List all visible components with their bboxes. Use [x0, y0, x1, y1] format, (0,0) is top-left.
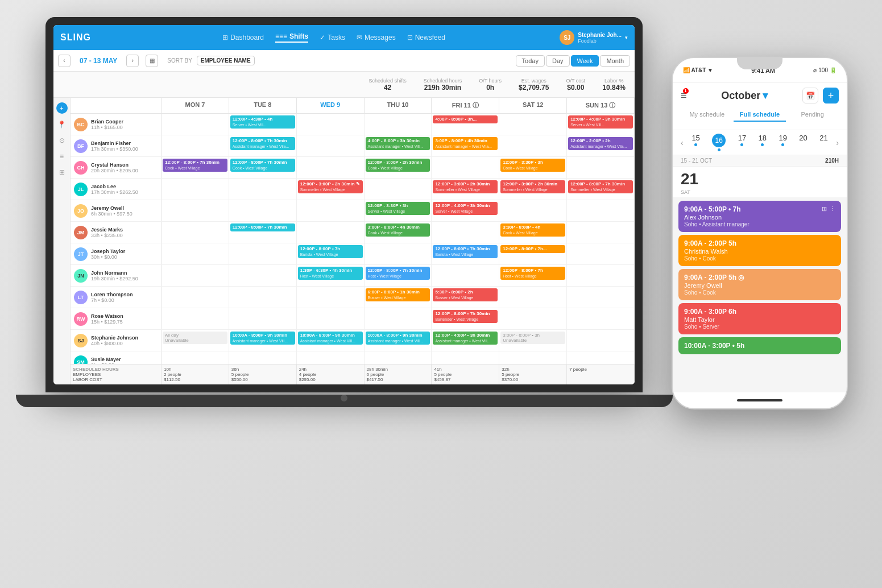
shift-block[interactable]: 12:00P - 8:00P • 7h Barista • West Villa…	[298, 245, 363, 258]
emp-cell-thu[interactable]: 12:00P - 3:00P • 2h 30min Cook • West Vi…	[365, 157, 432, 178]
prev-week-button[interactable]: ‹	[58, 55, 71, 67]
emp-cell-tue[interactable]: 12:00P - 8:00P • 7h 30min Cook • West Vi…	[229, 157, 297, 178]
shift-block[interactable]: 12:00P - 4:30P • 4h Server • West Vill..…	[230, 115, 295, 129]
emp-cell-sun[interactable]: 12:00P - 2:00P • 2h Assistant manager • …	[567, 135, 635, 156]
week-day-20[interactable]: 20	[799, 134, 807, 151]
nav-newsfeed[interactable]: ⊡ Newsfeed	[407, 34, 445, 42]
tab-my-schedule[interactable]: My schedule	[681, 108, 734, 122]
week-day-21[interactable]: 21	[819, 134, 827, 151]
home-indicator[interactable]	[737, 399, 782, 401]
emp-cell-tue[interactable]: 12:00P - 8:00P • 7h 30min	[229, 222, 297, 243]
shift-block[interactable]: 3:00P - 8:00P • 4h 30min Assistant manag…	[433, 137, 498, 150]
emp-cell-fri[interactable]: 12:00P - 3:00P • 2h 30min Sommelier • We…	[432, 179, 499, 200]
emp-cell-thu[interactable]: 3:00P - 8:00P • 4h 30min Cook • West Vil…	[365, 222, 432, 243]
shift-block[interactable]: 10:00A - 8:00P • 9h 30min Assistant mana…	[230, 332, 295, 345]
emp-cell-fri[interactable]: 5:30P - 8:00P • 2h Busser • West Village	[432, 287, 499, 308]
calendar-icon[interactable]: 📅	[802, 88, 818, 103]
week-day-16[interactable]: 16	[712, 134, 726, 151]
shift-block[interactable]: 10:00A - 8:00P • 9h 30min Assistant mana…	[298, 332, 363, 345]
emp-cell-sun[interactable]: 12:00P - 4:00P • 3h 30min Server • West …	[567, 114, 635, 135]
next-week-button[interactable]: ›	[126, 55, 139, 67]
shift-block[interactable]: 12:00P - 8:00P • 7h 30min Cook • West Vi…	[163, 159, 227, 172]
nav-tasks[interactable]: ✓ Tasks	[320, 34, 345, 42]
emp-cell-fri[interactable]: 4:00P - 8:00P • 3h...	[432, 114, 499, 135]
week-day-17[interactable]: 17	[738, 134, 746, 151]
shift-block[interactable]: 12:00P - 8:00P • 7h...	[500, 245, 565, 253]
emp-cell-mon[interactable]: 12:00P - 8:00P • 7h 30min Cook • West Vi…	[162, 157, 229, 178]
emp-cell-thu[interactable]: 12:00P - 8:00P • 7h 30min Host • West Vi…	[365, 265, 432, 286]
emp-cell-fri[interactable]: 12:00P - 8:00P • 7h 30min Barista • West…	[432, 243, 499, 264]
month-view-button[interactable]: Month	[600, 55, 630, 67]
shift-block[interactable]: 10:00A - 8:00P • 9h 30min Assistant mana…	[366, 332, 430, 345]
emp-cell-thu[interactable]: 4:00P - 8:00P • 3h 30min Assistant manag…	[365, 135, 432, 156]
shift-block[interactable]: 6:00P - 8:00P • 1h 30min Busser • West V…	[366, 288, 430, 301]
shift-block[interactable]: 12:00P - 3:00P • 2h 30min Sommelier • We…	[433, 180, 498, 193]
shift-block[interactable]: 12:00P - 8:00P • 7h 30min Bartender • We…	[433, 310, 498, 323]
emp-cell-wed[interactable]: 12:00P - 3:00P • 2h 30min ✎ Sommelier • …	[297, 179, 365, 200]
add-shift-button[interactable]: +	[823, 88, 839, 103]
emp-cell-sat[interactable]: 12:00P - 8:00P • 7h Host • West Village	[499, 265, 567, 286]
nav-messages[interactable]: ✉ Messages	[357, 34, 396, 42]
tab-pending[interactable]: Pending	[786, 108, 839, 122]
phone-shift-item[interactable]: 9:00A - 3:00P 6h Matt Taylor Soho • Serv…	[678, 303, 841, 334]
shift-block[interactable]: 4:00P - 8:00P • 3h 30min Assistant manag…	[366, 137, 430, 150]
week-day-15[interactable]: 15	[691, 134, 699, 151]
shift-block[interactable]: 12:00P - 8:00P • 7h 30min Sommelier • We…	[568, 180, 633, 193]
emp-cell-sat[interactable]: 12:00P - 3:30P • 3h Cook • West Village	[499, 157, 567, 178]
shift-block[interactable]: 12:00P - 8:00P • 7h 30min Barista • West…	[433, 245, 498, 258]
month-title[interactable]: October ▾	[721, 89, 768, 102]
location-icon[interactable]: 📍	[57, 119, 67, 130]
emp-cell-sun[interactable]: 12:00P - 8:00P • 7h 30min Sommelier • We…	[567, 179, 635, 200]
emp-cell-sat[interactable]: 12:00P - 3:00P • 2h 30min Sommelier • We…	[499, 179, 567, 200]
shift-block[interactable]: 12:00P - 3:00P • 2h 30min Sommelier • We…	[500, 180, 565, 193]
shift-block[interactable]: 4:00P - 8:00P • 3h...	[433, 115, 498, 123]
nav-shifts[interactable]: ≡≡≡ Shifts	[275, 32, 308, 43]
shift-block[interactable]: 3:00P - 8:00P • 4h 30min Cook • West Vil…	[366, 223, 430, 237]
filter-badge[interactable]: ≡ 1	[681, 90, 687, 102]
shift-block[interactable]: 1:30P - 6:30P • 4h 30min Host • West Vil…	[298, 267, 363, 280]
emp-cell-tue[interactable]: 12:00P - 8:00P • 7h 30min Assistant mana…	[229, 135, 297, 156]
emp-cell-thu[interactable]: 10:00A - 8:00P • 9h 30min Assistant mana…	[365, 330, 432, 351]
emp-cell-tue[interactable]: 10:00A - 8:00P • 9h 30min Assistant mana…	[229, 330, 297, 351]
emp-cell-fri[interactable]: 12:00P - 4:00P • 3h 30min Server • West …	[432, 200, 499, 221]
emp-cell-wed[interactable]: 1:30P - 6:30P • 4h 30min Host • West Vil…	[297, 265, 365, 286]
emp-cell-thu[interactable]: 12:00P - 3:30P • 3h Server • West Villag…	[365, 200, 432, 221]
prev-week-button[interactable]: ‹	[678, 138, 686, 147]
shift-block[interactable]: 12:00P - 8:00P • 7h Host • West Village	[500, 267, 565, 280]
emp-cell-fri[interactable]: 3:00P - 8:00P • 4h 30min Assistant manag…	[432, 135, 499, 156]
filter-icon[interactable]: ⊙	[57, 135, 67, 146]
shift-block[interactable]: 12:00P - 3:30P • 3h Server • West Villag…	[366, 202, 430, 215]
emp-cell-wed[interactable]: 10:00A - 8:00P • 9h 30min Assistant mana…	[297, 330, 365, 351]
emp-cell-fri[interactable]: 12:00P - 8:00P • 7h 30min Bartender • We…	[432, 308, 499, 329]
shift-block[interactable]: 5:30P - 8:00P • 2h Busser • West Village	[433, 288, 498, 301]
shift-block[interactable]: 12:00P - 4:00P • 3h 30min Server • West …	[568, 115, 633, 129]
shift-block[interactable]: 12:00P - 4:00P • 3h 30min Assistant mana…	[433, 332, 498, 345]
shift-block[interactable]: 12:00P - 2:00P • 2h Assistant manager • …	[568, 137, 633, 150]
shift-block[interactable]: 12:00P - 3:00P • 2h 30min Cook • West Vi…	[366, 159, 430, 172]
shift-block[interactable]: 12:00P - 3:00P • 2h 30min ✎ Sommelier • …	[298, 180, 363, 193]
settings-icon[interactable]: ⊞	[57, 167, 67, 177]
week-day-19[interactable]: 19	[779, 134, 786, 151]
phone-shift-item[interactable]: 9:00A - 5:00P • 7h Alex Johnson Soho • A…	[678, 201, 841, 232]
shift-block[interactable]: 12:00P - 8:00P • 7h 30min	[230, 223, 295, 231]
tab-full-schedule[interactable]: Full schedule	[734, 108, 786, 122]
emp-cell-wed[interactable]: 12:00P - 8:00P • 7h Barista • West Villa…	[297, 243, 365, 264]
user-menu[interactable]: SJ Stephanie Joh... Foodlab ▾	[560, 30, 628, 45]
emp-cell-tue[interactable]: 12:00P - 4:30P • 4h Server • West Vill..…	[229, 114, 297, 135]
shift-block[interactable]: 12:00P - 4:00P • 3h 30min Server • West …	[433, 202, 498, 215]
shift-block[interactable]: 12:00P - 8:00P • 7h 30min Host • West Vi…	[366, 267, 430, 280]
today-button[interactable]: Today	[516, 55, 545, 67]
emp-cell-sat[interactable]: 12:00P - 8:00P • 7h...	[499, 243, 567, 264]
day-view-button[interactable]: Day	[546, 55, 570, 67]
expand-icon[interactable]: ⊞	[822, 205, 827, 213]
phone-shift-item[interactable]: 10:00A - 3:00P • 5h	[678, 337, 841, 354]
week-day-18[interactable]: 18	[759, 134, 767, 151]
shift-block[interactable]: 3:30P - 8:00P • 4h Cook • West Village	[500, 223, 565, 237]
sort-dropdown[interactable]: EMPLOYEE NAME	[197, 56, 255, 65]
nav-dashboard[interactable]: ⊞ Dashboard	[222, 34, 264, 42]
add-shift-button[interactable]: +	[56, 102, 68, 114]
emp-cell-fri[interactable]: 12:00P - 4:00P • 3h 30min Assistant mana…	[432, 330, 499, 351]
phone-shift-item[interactable]: 9:00A - 2:00P 5h ◎ Jeremy Owell Soho • C…	[678, 269, 841, 300]
more-icon[interactable]: ⋮	[829, 205, 835, 213]
next-week-button[interactable]: ›	[834, 138, 841, 147]
